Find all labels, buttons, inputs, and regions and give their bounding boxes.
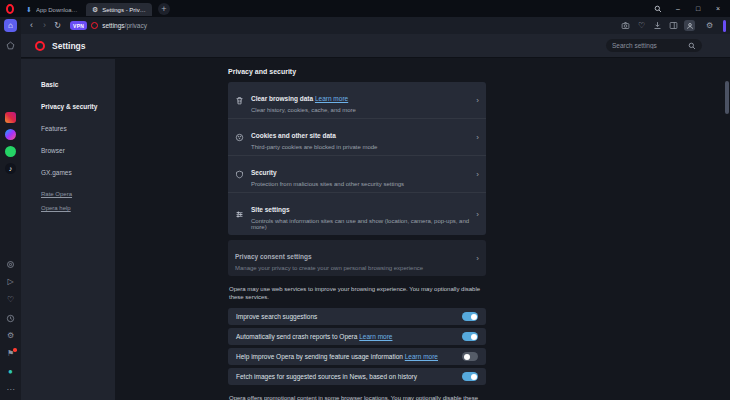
chevron-right-icon: › [476,254,479,263]
cookie-icon [235,133,244,142]
fetch-images-toggle[interactable] [462,372,478,381]
toggle-label: Fetch images for suggested sources in Ne… [236,373,417,380]
snapshot-camera-icon[interactable] [620,20,631,31]
maximize-button[interactable]: □ [690,1,706,16]
tab-search-icon[interactable] [650,1,666,16]
tiktok-icon[interactable]: ♪ [5,163,16,174]
row-subtitle: Third-party cookies are blocked in priva… [251,144,470,150]
cookies-row[interactable]: Cookies and other site data Third-party … [228,118,486,155]
chevron-right-icon: › [476,210,479,219]
sidebar-panel-indicator[interactable] [723,20,726,32]
row-title: Privacy consent settings [235,253,312,260]
chevron-right-icon: › [476,96,479,105]
clear-browsing-data-row[interactable]: Clear browsing data Learn more Clear his… [228,82,486,118]
nav-item-privacy-security[interactable]: Privacy & security [41,103,115,110]
bookmark-heart-icon[interactable]: ♡ [636,20,647,31]
nav-item-features[interactable]: Features [41,125,115,132]
learn-more-link[interactable]: Learn more [315,95,348,102]
row-subtitle: Controls what information sites can use … [251,218,470,230]
pinboard-flag-icon[interactable]: ⚑ [5,349,17,359]
profile-avatar[interactable] [684,20,695,31]
addressbar-actions: ♡ ⚙ [620,20,726,32]
learn-more-link[interactable]: Learn more [359,333,392,340]
rate-opera-link[interactable]: Rate Opera [41,191,115,197]
download-tab-icon: ⬇ [26,6,32,13]
row-subtitle: Protection from malicious sites and othe… [251,181,470,187]
downloads-icon[interactable] [652,20,663,31]
new-tab-button[interactable]: + [158,3,170,15]
scrollbar-track[interactable] [725,59,729,400]
row-title: Security [251,169,277,176]
address-bar: ‹ › ↻ VPN settings/privacy ♡ ⚙ [21,17,730,34]
history-clock-icon[interactable] [5,313,17,323]
toggle-label: Automatically send crash reports to Oper… [236,333,392,340]
sidebar-setup-icon[interactable]: ⋯ [5,385,17,395]
shield-icon [235,170,244,179]
vpn-badge[interactable]: VPN [70,21,87,30]
opera-window: ⬇ App Downloads for Wind ⚙ Settings - Pr… [0,0,730,400]
settings-page: Settings Basic Privacy & security Featur… [21,34,730,400]
opera-logo-icon [6,4,14,14]
url-text[interactable]: settings/privacy [102,22,147,29]
workspace-home-icon[interactable]: ⌂ [4,19,17,32]
row-subtitle: Manage your privacy to create your own p… [235,265,470,271]
content-area: Privacy and security Clear browsing data… [115,59,730,400]
window-controls: – □ × [650,1,730,16]
panels-icon[interactable] [668,20,679,31]
instagram-icon[interactable] [5,112,16,123]
tab-bar: ⬇ App Downloads for Wind ⚙ Settings - Pr… [0,0,730,17]
back-button[interactable]: ‹ [25,21,38,30]
aria-icon[interactable] [5,259,17,269]
whatsapp-icon[interactable] [5,146,16,157]
search-input[interactable] [612,42,688,49]
player-icon[interactable]: ▷ [5,277,17,287]
forward-button[interactable]: › [38,21,51,30]
sidebar-rail: ⌂ ♪ ▷ ♡ ⚙ ⚑ ● ⋯ [0,17,21,400]
toggle-row-search-suggestions: Improve search suggestions [228,308,486,325]
row-title: Cookies and other site data [251,132,336,139]
notification-dot [13,348,17,352]
chevron-right-icon: › [476,170,479,179]
row-title: Clear browsing data Learn more [251,95,348,102]
workspace-secondary-icon[interactable] [5,40,17,50]
opera-help-link[interactable]: Opera help [41,205,115,211]
nav-item-gx-games[interactable]: GX.games [41,169,115,176]
gear-icon: ⚙ [92,6,98,13]
nav-item-basic[interactable]: Basic [41,81,115,88]
easy-setup-gear-icon[interactable]: ⚙ [704,20,715,31]
messenger-icon[interactable] [5,129,16,140]
row-title: Site settings [251,206,290,213]
toggle-row-fetch-images: Fetch images for suggested sources in Ne… [228,368,486,385]
chevron-right-icon: › [476,133,479,142]
search-suggestions-toggle[interactable] [462,312,478,321]
search-icon [688,42,696,50]
site-settings-row[interactable]: Site settings Controls what information … [228,192,486,235]
tab-title: App Downloads for Wind [36,7,80,13]
toggle-label: Help improve Opera by sending feature us… [236,353,438,360]
sliders-icon [235,210,244,219]
learn-more-link[interactable]: Learn more [405,353,438,360]
tab-app-downloads[interactable]: ⬇ App Downloads for Wind [20,3,86,16]
settings-gear-icon[interactable]: ⚙ [5,331,17,341]
feature-usage-toggle[interactable] [462,352,478,361]
privacy-consent-row[interactable]: Privacy consent settings Manage your pri… [228,240,486,276]
crash-reports-toggle[interactable] [462,332,478,341]
opera-menu-button[interactable] [0,0,20,17]
security-row[interactable]: Security Protection from malicious sites… [228,155,486,192]
toggle-label: Improve search suggestions [236,313,317,320]
page-title: Settings [52,41,86,51]
toggle-row-feature-usage: Help improve Opera by sending feature us… [228,348,486,365]
bookmarks-heart-icon[interactable]: ♡ [5,295,17,305]
settings-header: Settings [21,34,730,58]
tab-settings[interactable]: ⚙ Settings - Privacy and sec [86,3,152,16]
settings-search[interactable] [606,39,702,52]
extension-icon[interactable]: ● [5,367,17,377]
promotional-info: Opera offers promotional content in some… [229,394,485,400]
reload-button[interactable]: ↻ [51,22,64,30]
minimize-button[interactable]: – [670,1,686,16]
nav-item-browser[interactable]: Browser [41,147,115,154]
scrollbar-thumb[interactable] [725,81,729,114]
close-button[interactable]: × [710,1,726,16]
toggle-row-crash-reports: Automatically send crash reports to Oper… [228,328,486,345]
trash-icon [235,96,244,105]
